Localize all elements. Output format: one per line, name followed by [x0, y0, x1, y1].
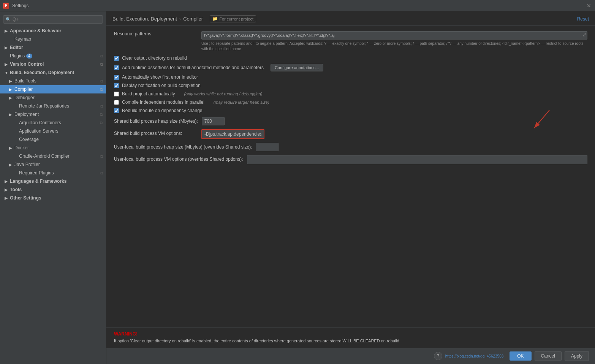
search-input[interactable]: [13, 17, 100, 22]
expand-button[interactable]: ⤢: [582, 32, 587, 38]
search-icon: 🔍: [6, 17, 11, 22]
sidebar-item-label: Editor: [10, 45, 23, 50]
heap-label: Shared build process heap size (Mbytes):: [114, 117, 198, 124]
rebuild-module-checkbox[interactable]: [114, 108, 119, 113]
resource-hint: Use ; to separate patterns and ! to nega…: [201, 41, 587, 52]
arrow-icon: ▶: [9, 146, 13, 150]
breadcrumb-separator: ›: [179, 16, 181, 22]
resource-patterns-input-wrap: ⤢ Use ; to separate patterns and ! to ne…: [201, 31, 587, 52]
sidebar-item-other-settings[interactable]: ▶ Other Settings: [0, 194, 106, 202]
warning-title: WARNING!: [114, 331, 587, 337]
search-box[interactable]: 🔍: [3, 15, 103, 24]
build-auto-checkbox[interactable]: [114, 92, 119, 97]
clear-output-label: Clear output directory on rebuild: [122, 55, 187, 61]
display-notification-checkbox[interactable]: [114, 83, 119, 88]
sidebar-item-app-servers[interactable]: Application Servers: [0, 127, 106, 135]
for-project-label: For current project: [219, 17, 253, 21]
sidebar-item-gradle-android[interactable]: Gradle-Android Compiler ⧉: [0, 152, 106, 160]
user-heap-input[interactable]: [256, 143, 279, 151]
display-notification-label: Display notification on build completion: [122, 83, 201, 88]
bottom-bar: ? https://blog.csdn.net/qq_45623503 OK C…: [106, 348, 595, 364]
configure-annotations-button[interactable]: Configure annotations...: [271, 64, 323, 71]
sidebar-item-editor[interactable]: ▶ Editor: [0, 43, 106, 52]
copy-icon: ⧉: [100, 79, 103, 84]
copy-icon: ⧉: [100, 120, 103, 125]
title-bar-left: P Settings: [3, 3, 28, 9]
breadcrumb-part1: Build, Execution, Deployment: [112, 16, 177, 22]
warning-text: If option 'Clear output directory on reb…: [114, 338, 587, 344]
title-bar: P Settings ✕: [0, 0, 595, 11]
sidebar-item-label: Deployment: [14, 112, 39, 117]
rebuild-module-label: Rebuild module on dependency change: [122, 108, 203, 113]
help-button[interactable]: ?: [434, 352, 442, 360]
reset-button[interactable]: Reset: [577, 16, 589, 22]
sidebar-item-remote-jar[interactable]: Remote Jar Repositories ⧉: [0, 102, 106, 110]
check-add-runtime: Add runtime assertions for notnull-annot…: [114, 64, 587, 71]
heap-input[interactable]: [202, 117, 225, 125]
check-auto-show-error: Automatically show first error in editor: [114, 74, 587, 80]
content-header: Build, Execution, Deployment › Compiler …: [106, 11, 595, 26]
copy-icon: ⧉: [100, 87, 103, 92]
sidebar-item-label: Gradle-Android Compiler: [19, 154, 70, 159]
breadcrumb: Build, Execution, Deployment › Compiler: [112, 16, 203, 22]
vm-label: Shared build process VM options:: [114, 129, 198, 136]
compile-parallel-label: Compile independent modules in parallel: [122, 100, 204, 105]
auto-show-error-checkbox[interactable]: [114, 75, 119, 80]
user-vm-input[interactable]: [247, 155, 588, 164]
sidebar-item-plugins[interactable]: Plugins 4 ⧉: [0, 52, 106, 60]
sidebar-item-label: Compiler: [14, 87, 33, 92]
sidebar-item-deployment[interactable]: ▶ Deployment ⧉: [0, 110, 106, 119]
copy-icon: ⧉: [100, 104, 103, 109]
arrow-icon: ▶: [5, 29, 8, 33]
cancel-button[interactable]: Cancel: [535, 351, 562, 361]
sidebar-item-build-execution[interactable]: ▼ Build, Execution, Deployment: [0, 68, 106, 77]
sidebar-item-label: Java Profiler: [14, 162, 40, 167]
sidebar-item-keymap[interactable]: Keymap: [0, 35, 106, 43]
copy-icon: ⧉: [100, 62, 103, 67]
arrow-icon: ▶: [5, 62, 8, 66]
main-layout: 🔍 ▶ Appearance & Behavior Keymap ▶ Edito…: [0, 11, 595, 364]
sidebar-item-coverage[interactable]: Coverage: [0, 135, 106, 144]
sidebar-item-docker[interactable]: ▶ Docker: [0, 144, 106, 152]
resource-patterns-row: Resource patterns: ⤢ Use ; to separate p…: [114, 31, 587, 52]
title-text: Settings: [12, 3, 28, 8]
sidebar-item-label: Plugins: [10, 53, 25, 59]
sidebar-item-debugger[interactable]: ▶ Debugger: [0, 93, 106, 102]
url-text: https://blog.csdn.net/qq_45623503: [445, 354, 503, 358]
build-auto-label: Build project automatically: [122, 91, 175, 97]
arrow-icon: ▼: [5, 71, 8, 75]
sidebar-item-version-control[interactable]: ▶ Version Control ⧉: [0, 60, 106, 68]
sidebar-item-build-tools[interactable]: ▶ Build Tools ⧉: [0, 77, 106, 85]
sidebar-item-tools[interactable]: ▶ Tools: [0, 185, 106, 194]
sidebar-item-required-plugins[interactable]: Required Plugins ⧉: [0, 169, 106, 177]
add-runtime-label: Add runtime assertions for notnull-annot…: [122, 65, 264, 70]
ok-button[interactable]: OK: [510, 351, 531, 361]
sidebar-item-label: Debugger: [14, 95, 35, 100]
sidebar-item-java-profiler[interactable]: ▶ Java Profiler: [0, 160, 106, 169]
arrow-icon: ▶: [9, 96, 13, 100]
sidebar: 🔍 ▶ Appearance & Behavior Keymap ▶ Edito…: [0, 11, 106, 364]
sidebar-item-label: Keymap: [14, 36, 31, 42]
sidebar-item-compiler[interactable]: ▶ Compiler ⧉: [0, 85, 106, 93]
sidebar-item-languages[interactable]: ▶ Languages & Frameworks: [0, 177, 106, 185]
arrow-icon: ▶: [5, 46, 8, 50]
sidebar-item-label: Remote Jar Repositories: [19, 103, 69, 109]
user-heap-label: User-local build process heap size (Mbyt…: [114, 143, 252, 150]
vm-input[interactable]: [201, 129, 264, 139]
arrow-icon: ▶: [5, 188, 8, 192]
breadcrumb-current: Compiler: [183, 16, 203, 22]
sidebar-item-label: Tools: [10, 187, 22, 192]
apply-button[interactable]: Apply: [565, 351, 589, 361]
content-area: Build, Execution, Deployment › Compiler …: [106, 11, 595, 364]
resource-patterns-input[interactable]: [201, 31, 587, 40]
sidebar-item-appearance[interactable]: ▶ Appearance & Behavior: [0, 27, 106, 35]
sidebar-item-label: Application Servers: [19, 128, 58, 134]
sidebar-item-label: Version Control: [10, 62, 44, 67]
sidebar-item-label: Appearance & Behavior: [10, 28, 61, 33]
sidebar-item-arquillian[interactable]: Arquillian Containers ⧉: [0, 119, 106, 127]
clear-output-checkbox[interactable]: [114, 56, 119, 61]
close-button[interactable]: ✕: [587, 3, 592, 8]
add-runtime-checkbox[interactable]: [114, 65, 119, 70]
compile-parallel-checkbox[interactable]: [114, 100, 119, 105]
auto-show-error-label: Automatically show first error in editor: [122, 74, 198, 80]
